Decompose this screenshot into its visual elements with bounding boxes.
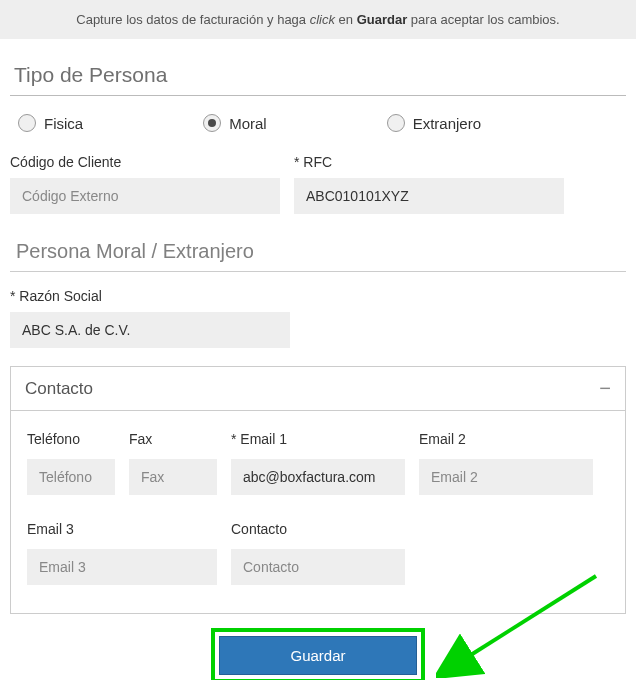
person-type-radios: Fisica Moral Extranjero <box>10 114 626 132</box>
person-type-title: Tipo de Persona <box>10 59 626 96</box>
radio-moral[interactable]: Moral <box>203 114 267 132</box>
telefono-input[interactable] <box>27 459 115 495</box>
codigo-input[interactable] <box>10 178 280 214</box>
email2-input[interactable] <box>419 459 593 495</box>
rfc-label: * RFC <box>294 154 564 170</box>
fax-input[interactable] <box>129 459 217 495</box>
instruction-click: click <box>310 12 335 27</box>
contacto-input[interactable] <box>231 549 405 585</box>
radio-icon <box>18 114 36 132</box>
email1-label: * Email 1 <box>231 431 405 447</box>
contacto-label: Contacto <box>231 521 405 537</box>
email3-label: Email 3 <box>27 521 217 537</box>
contact-panel-title: Contacto <box>25 379 93 399</box>
instruction-bar: Capture los datos de facturación y haga … <box>0 0 636 39</box>
moral-section-title: Persona Moral / Extranjero <box>10 228 626 272</box>
instruction-mid: en <box>335 12 357 27</box>
contact-panel: Contacto − Teléfono Fax * Email 1 Email … <box>10 366 626 614</box>
save-button-highlight: Guardar <box>211 628 424 680</box>
radio-moral-label: Moral <box>229 115 267 132</box>
instruction-post: para aceptar los cambios. <box>407 12 559 27</box>
instruction-pre: Capture los datos de facturación y haga <box>76 12 309 27</box>
contact-panel-header[interactable]: Contacto − <box>11 367 625 411</box>
email1-input[interactable] <box>231 459 405 495</box>
rfc-input[interactable] <box>294 178 564 214</box>
codigo-label: Código de Cliente <box>10 154 280 170</box>
fax-label: Fax <box>129 431 217 447</box>
razon-label: * Razón Social <box>10 288 626 304</box>
radio-fisica-label: Fisica <box>44 115 83 132</box>
email2-label: Email 2 <box>419 431 593 447</box>
razon-input[interactable] <box>10 312 290 348</box>
instruction-save: Guardar <box>357 12 408 27</box>
radio-extranjero[interactable]: Extranjero <box>387 114 481 132</box>
save-button[interactable]: Guardar <box>219 636 416 675</box>
minus-icon: − <box>599 377 611 400</box>
radio-extranjero-label: Extranjero <box>413 115 481 132</box>
email3-input[interactable] <box>27 549 217 585</box>
radio-fisica[interactable]: Fisica <box>18 114 83 132</box>
radio-icon <box>203 114 221 132</box>
telefono-label: Teléfono <box>27 431 115 447</box>
radio-icon <box>387 114 405 132</box>
